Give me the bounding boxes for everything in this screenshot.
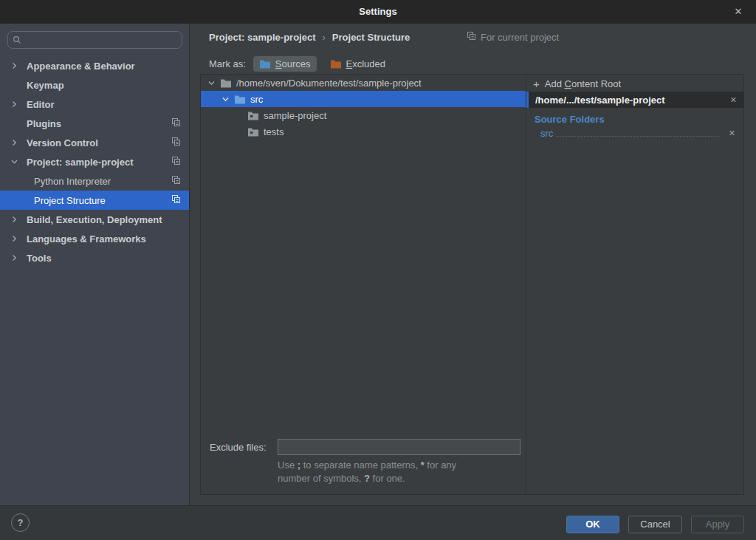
sidebar-item-label: Build, Execution, Deployment (27, 214, 162, 225)
chevron-right-icon[interactable] (10, 100, 18, 109)
project-settings-icon (171, 175, 181, 187)
settings-sidebar: Appearance & Behavior Keymap Editor Plug… (0, 24, 190, 505)
sidebar-item-label: Plugins (27, 118, 61, 129)
sidebar-item-label: Keymap (27, 80, 64, 91)
chevron-right-icon[interactable] (10, 216, 18, 224)
mark-as-sources-label: Sources (275, 58, 311, 69)
exclude-files-label: Exclude files: (210, 442, 278, 453)
sidebar-item-project-structure[interactable]: Project Structure (0, 191, 189, 210)
sidebar-item-label: Python Interpreter (34, 176, 111, 187)
dotted-leader (556, 136, 718, 137)
sidebar-item-label: Languages & Frameworks (27, 233, 146, 245)
project-settings-icon (171, 137, 181, 148)
content-root-path: /home/.../test/sample-project (529, 95, 724, 106)
chevron-right-icon[interactable] (10, 62, 18, 70)
sidebar-item-label: Project: sample-project (27, 157, 134, 168)
directory-tree: /home/sven/Dokumente/test/sample-project… (201, 75, 526, 494)
project-settings-icon (171, 117, 181, 129)
tree-row-tests[interactable]: tests (201, 123, 526, 140)
sidebar-item-languages-frameworks[interactable]: Languages & Frameworks (0, 229, 189, 248)
sidebar-item-version-control[interactable]: Version Control (0, 133, 189, 152)
plus-icon: + (533, 78, 540, 89)
settings-content: Project: sample-project › Project Struct… (190, 24, 756, 505)
folder-icon (220, 78, 232, 88)
chevron-right-icon[interactable] (10, 139, 18, 147)
chevron-right-icon[interactable] (10, 235, 18, 243)
sidebar-item-label: Tools (27, 253, 52, 264)
sidebar-nav: Appearance & Behavior Keymap Editor Plug… (0, 56, 189, 267)
mark-as-label: Mark as: (209, 58, 246, 69)
sidebar-item-appearance-behavior[interactable]: Appearance & Behavior (0, 56, 189, 75)
exclude-files-hint: Use ; to separate name patterns, * for a… (278, 459, 526, 485)
folder-icon (247, 111, 259, 120)
remove-source-folder-icon[interactable]: ✕ (722, 129, 742, 138)
sidebar-item-editor[interactable]: Editor (0, 95, 189, 114)
source-folder-row[interactable]: src ✕ (526, 126, 743, 139)
chevron-down-icon[interactable] (221, 95, 230, 103)
sidebar-item-label: Editor (27, 99, 55, 110)
tree-row-content-root[interactable]: /home/sven/Dokumente/test/sample-project (201, 75, 526, 91)
add-content-root-label: Add Content Root (545, 78, 621, 89)
breadcrumb-separator: › (323, 32, 326, 43)
sources-folder-icon (259, 59, 271, 69)
tree-item-label: src (250, 94, 263, 105)
mark-as-excluded-button[interactable]: Excluded (324, 56, 391, 72)
content-root-row[interactable]: /home/.../test/sample-project ✕ (526, 92, 743, 108)
tree-item-label: sample-project (264, 110, 326, 121)
help-button[interactable]: ? (11, 513, 30, 532)
mark-as-toolbar: Mark as: Sources Excluded (209, 54, 391, 73)
tree-row-sample-project[interactable]: sample-project (201, 107, 526, 123)
project-settings-icon (467, 31, 476, 43)
dialog-footer: ? OK Cancel Apply (0, 505, 756, 540)
sidebar-item-label: Version Control (27, 137, 98, 148)
sidebar-item-plugins[interactable]: Plugins (0, 114, 189, 133)
sidebar-item-python-interpreter[interactable]: Python Interpreter (0, 171, 189, 191)
mark-as-excluded-label: Excluded (346, 58, 385, 69)
ok-button[interactable]: OK (566, 516, 619, 533)
excluded-folder-icon (330, 59, 342, 69)
project-settings-icon (171, 194, 181, 206)
tree-item-label: /home/sven/Dokumente/test/sample-project (236, 78, 422, 89)
search-input[interactable] (26, 34, 177, 47)
titlebar: Settings ✕ (0, 0, 756, 24)
chevron-down-icon[interactable] (207, 79, 216, 87)
mark-as-sources-button[interactable]: Sources (253, 56, 317, 72)
breadcrumb-item-project[interactable]: Project: sample-project (209, 32, 316, 43)
sidebar-item-project-sample-project[interactable]: Project: sample-project (0, 152, 189, 171)
add-content-root-button[interactable]: + Add Content Root (526, 75, 743, 92)
exclude-files-section: Exclude files: Use ; to separate name pa… (201, 439, 526, 485)
tree-item-label: tests (264, 126, 284, 137)
folder-icon (247, 127, 259, 137)
source-folder-icon (234, 95, 246, 104)
apply-button[interactable]: Apply (691, 516, 744, 533)
project-settings-icon (171, 156, 181, 168)
chevron-down-icon[interactable] (10, 158, 18, 166)
content-roots-panel: + Add Content Root /home/.../test/sample… (526, 75, 743, 494)
sidebar-item-build-execution-deployment[interactable]: Build, Execution, Deployment (0, 210, 189, 229)
project-structure-panel: /home/sven/Dokumente/test/sample-project… (200, 74, 744, 495)
search-icon (13, 35, 22, 45)
source-folder-link[interactable]: src (540, 128, 553, 139)
source-folders-title: Source Folders (526, 108, 743, 126)
sidebar-item-tools[interactable]: Tools (0, 248, 189, 267)
sidebar-item-label: Appearance & Behavior (27, 61, 135, 72)
remove-content-root-icon[interactable]: ✕ (724, 95, 743, 105)
window-title: Settings (0, 0, 756, 24)
for-current-project-badge: For current project (467, 28, 559, 46)
breadcrumb: Project: sample-project › Project Struct… (209, 28, 756, 46)
close-icon[interactable]: ✕ (729, 0, 747, 24)
search-box[interactable] (7, 31, 182, 49)
chevron-right-icon[interactable] (10, 254, 18, 262)
exclude-files-input[interactable] (278, 439, 520, 455)
sidebar-item-keymap[interactable]: Keymap (0, 75, 189, 95)
cancel-button[interactable]: Cancel (628, 516, 682, 533)
for-current-project-label: For current project (481, 32, 559, 43)
breadcrumb-item-project-structure: Project Structure (332, 32, 410, 43)
sidebar-item-label: Project Structure (34, 195, 106, 206)
tree-row-src[interactable]: src (201, 91, 526, 107)
